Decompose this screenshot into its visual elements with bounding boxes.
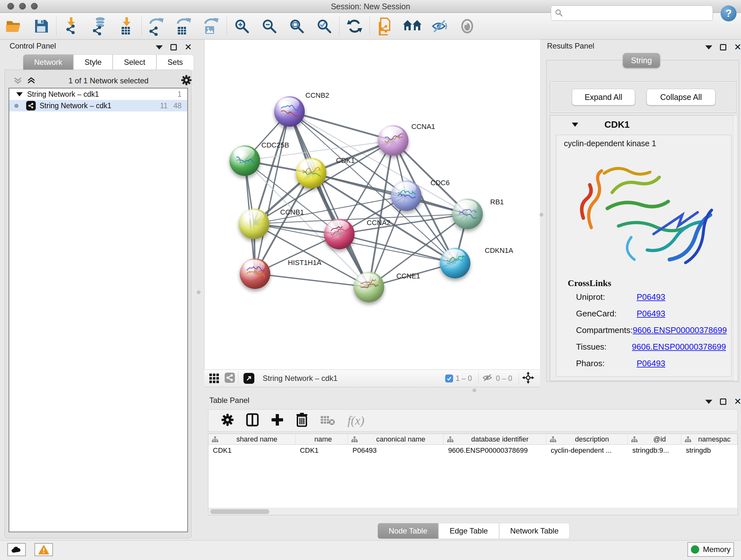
network-options-gear-icon[interactable]	[181, 75, 192, 87]
crosslink-link[interactable]: 9606.ENSP00000378699	[632, 342, 726, 352]
add-column-icon[interactable]	[271, 414, 284, 428]
search-input[interactable]	[563, 9, 713, 17]
toolbar-separator	[56, 17, 57, 36]
export-network-icon[interactable]	[143, 16, 171, 36]
split-columns-icon[interactable]	[246, 413, 259, 428]
tab-network-table[interactable]: Network Table	[499, 523, 570, 539]
table-hscrollbar[interactable]	[208, 508, 738, 515]
cell-@id[interactable]: stringdb:9...	[628, 445, 681, 456]
import-network-database-icon[interactable]	[85, 16, 113, 36]
network-node-HIST1H1A[interactable]	[240, 258, 270, 289]
column-header-name[interactable]: name	[295, 434, 348, 444]
network-node-CCNA2[interactable]	[324, 219, 354, 249]
network-row-selected[interactable]: String Network – cdk1 11 48	[9, 100, 187, 111]
toolbar-separator	[141, 17, 142, 36]
protein-thumbnail-icon	[458, 206, 477, 221]
cell-database-identifier[interactable]: 9606.ENSP00000378699	[444, 445, 546, 456]
expand-all-icon[interactable]	[26, 77, 36, 85]
column-header-canonical-name[interactable]: canonical name	[348, 434, 444, 444]
birds-eye-view-icon[interactable]	[522, 372, 534, 385]
results-panel-float-icon[interactable]	[720, 44, 726, 51]
zoom-selected-icon[interactable]	[311, 16, 338, 36]
memory-button[interactable]: Memory	[687, 542, 734, 557]
crosslink-link[interactable]: P06493	[636, 359, 665, 368]
crosslink-link[interactable]: 9606.ENSP00000378699	[633, 325, 727, 335]
export-image-icon[interactable]	[198, 16, 225, 36]
column-header-namespac[interactable]: namespac	[681, 434, 738, 444]
zoom-out-icon[interactable]	[256, 16, 283, 36]
results-tab-string[interactable]: String	[623, 53, 660, 68]
help-button[interactable]: ?	[721, 5, 737, 21]
network-node-CCNA1[interactable]	[378, 125, 408, 156]
network-node-CDK1[interactable]	[296, 158, 327, 188]
cloud-status-button[interactable]	[7, 543, 26, 556]
tab-network[interactable]: Network	[23, 54, 73, 70]
section-expander-icon[interactable]	[572, 123, 578, 127]
save-session-icon[interactable]	[27, 16, 55, 36]
hide-selected-icon[interactable]	[426, 16, 454, 36]
results-scrollbar[interactable]	[733, 115, 738, 381]
cell-canonical-name[interactable]: P06493	[348, 445, 444, 456]
collapse-all-button[interactable]: Collapse All	[647, 89, 716, 105]
search-field[interactable]	[551, 5, 713, 21]
cell-shared-name[interactable]: CDK1	[208, 445, 295, 456]
tab-select[interactable]: Select	[113, 54, 156, 70]
cell-description[interactable]: cyclin-dependent ...	[546, 445, 628, 456]
zoom-fit-icon[interactable]	[283, 16, 311, 36]
column-header-database-identifier[interactable]: database identifier	[444, 434, 546, 444]
export-table-icon[interactable]	[171, 16, 198, 36]
table-tabs: Node Table Edge Table Network Table	[378, 523, 569, 539]
network-node-RB1[interactable]	[452, 199, 483, 229]
network-node-CCNB2[interactable]	[274, 96, 305, 127]
network-node-CCNE1[interactable]	[354, 272, 384, 302]
left-splitter-handle[interactable]	[197, 291, 200, 294]
expand-all-button[interactable]: Expand All	[572, 89, 635, 105]
warnings-button[interactable]	[35, 543, 53, 556]
network-node-CDKN1A[interactable]	[440, 248, 470, 278]
column-header-shared-name[interactable]: shared name	[208, 434, 295, 444]
network-share-icon[interactable]	[225, 373, 235, 384]
control-panel-collapse-icon[interactable]	[156, 45, 163, 50]
import-network-file-icon[interactable]	[58, 16, 85, 36]
table-panel-float-icon[interactable]	[720, 398, 726, 405]
crosslink-link[interactable]: P06493	[636, 292, 665, 302]
right-splitter-handle[interactable]	[540, 213, 543, 216]
column-header-description[interactable]: description	[546, 434, 628, 444]
column-header-@id[interactable]: @id	[628, 434, 681, 444]
network-canvas[interactable]: CCNB2CCNA1CDC25BCDK1CDC6RB1CCNB1CCNA2CDK…	[204, 40, 540, 369]
tab-sets[interactable]: Sets	[156, 54, 194, 70]
network-node-CDC25B[interactable]	[229, 145, 260, 176]
cell-namespac[interactable]: stringdb	[681, 445, 738, 456]
zoom-in-icon[interactable]	[228, 16, 256, 36]
network-node-CDC6[interactable]	[391, 180, 421, 211]
cdk1-section-header[interactable]: CDK1	[550, 116, 736, 133]
network-from-selection-icon[interactable]	[371, 16, 399, 36]
open-in-browser-icon[interactable]	[244, 373, 254, 384]
table-panel-close-icon[interactable]: ✕	[734, 398, 741, 405]
control-panel-float-icon[interactable]	[171, 44, 177, 51]
tree-expander-icon[interactable]	[16, 92, 23, 97]
delete-column-icon[interactable]	[296, 413, 308, 428]
tab-node-table[interactable]: Node Table	[378, 523, 439, 539]
results-panel-close-icon[interactable]: ✕	[734, 44, 741, 51]
table-panel-collapse-icon[interactable]	[705, 400, 712, 404]
horizontal-splitter-handle[interactable]	[473, 388, 476, 392]
tab-edge-table[interactable]: Edge Table	[439, 523, 499, 539]
results-panel-collapse-icon[interactable]	[705, 45, 712, 50]
show-graphics-icon[interactable]	[454, 16, 481, 36]
cell-name[interactable]: CDK1	[295, 445, 348, 456]
home-panels-icon[interactable]	[399, 16, 426, 36]
collapse-all-icon[interactable]	[13, 77, 23, 85]
control-panel-close-icon[interactable]: ✕	[185, 44, 192, 51]
selected-nodes-checkbox[interactable]	[445, 374, 453, 382]
network-collection-row[interactable]: String Network – cdk1 1	[9, 88, 187, 100]
tab-style[interactable]: Style	[73, 54, 113, 70]
open-session-icon[interactable]	[0, 16, 27, 36]
network-node-CCNB1[interactable]	[239, 208, 269, 239]
table-hscrollbar-thumb[interactable]	[210, 509, 269, 514]
refresh-icon[interactable]	[341, 16, 368, 36]
grid-view-icon[interactable]	[209, 374, 219, 383]
crosslink-link[interactable]: P06493	[636, 309, 665, 319]
import-table-file-icon[interactable]	[113, 16, 140, 36]
settings-gear-icon[interactable]	[221, 414, 234, 428]
